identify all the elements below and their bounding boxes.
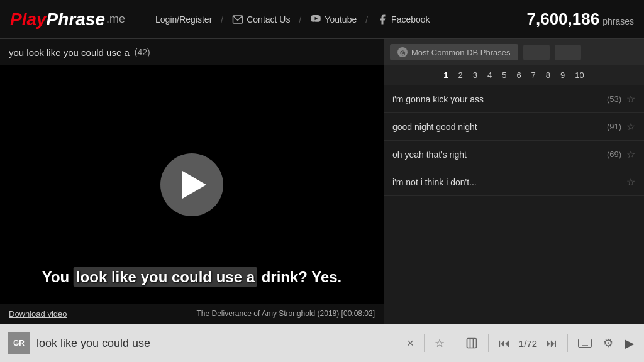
list-item[interactable]: i'm gonna kick your ass (53) ☆ — [384, 85, 644, 113]
logo-phrase: Phrase — [47, 9, 105, 30]
page-3[interactable]: 3 — [469, 69, 481, 81]
nav-divider-2: / — [299, 14, 301, 25]
nav-facebook[interactable]: Facebook — [372, 11, 435, 28]
subtitle-pre: You — [42, 268, 74, 285]
db-phrases-button[interactable]: ◎ Most Common DB Phrases — [390, 44, 518, 60]
subtitle-post: drink? Yes. — [257, 268, 341, 285]
play-button[interactable] — [160, 153, 223, 216]
list-item[interactable]: good night good night (91) ☆ — [384, 113, 644, 141]
facebook-icon — [377, 14, 388, 25]
download-video-link[interactable]: Download video — [9, 309, 67, 319]
phrase-count-2: (69) — [607, 150, 621, 159]
bottom-bar: GR × ☆ ⏮ 1/72 ⏭ ⚙ ▶ — [0, 324, 644, 362]
page-9[interactable]: 9 — [557, 69, 569, 81]
logo-play: Play — [10, 9, 47, 30]
video-section: you look like you could use a (42) You l… — [0, 39, 384, 324]
page-7[interactable]: 7 — [528, 69, 540, 81]
page-4[interactable]: 4 — [484, 69, 496, 81]
db-phrases-label: Most Common DB Phrases — [411, 48, 511, 57]
main-content: you look like you could use a (42) You l… — [0, 39, 644, 324]
keyboard-button[interactable] — [575, 336, 594, 351]
search-count: (42) — [135, 47, 150, 57]
nav-login[interactable]: Login/Register — [150, 12, 217, 27]
phrase-label: phrases — [602, 16, 634, 26]
search-input[interactable] — [36, 337, 398, 350]
subtitle-highlight: look like you could use a — [74, 267, 257, 287]
nav-youtube[interactable]: Youtube — [305, 11, 362, 28]
gr-badge: GR — [8, 332, 30, 354]
play-bottom-button[interactable]: ▶ — [622, 333, 636, 353]
page-6[interactable]: 6 — [513, 69, 525, 81]
phrase-count: 7,600,186 phrases — [527, 9, 634, 29]
divider-4 — [567, 334, 568, 352]
right-top-bar: ◎ Most Common DB Phrases — [384, 39, 644, 65]
movie-info: The Deliverance of Amy Stronghold (2018)… — [197, 309, 375, 318]
pagination-display: 1/72 — [519, 338, 537, 349]
page-10[interactable]: 10 — [571, 69, 587, 81]
star-icon-2[interactable]: ☆ — [626, 148, 635, 160]
db-icon: ◎ — [397, 47, 408, 57]
favorite-button[interactable]: ☆ — [432, 334, 447, 353]
right-panel: ◎ Most Common DB Phrases 1 2 3 4 5 6 7 8… — [384, 39, 644, 324]
page-1[interactable]: 1 — [440, 69, 452, 81]
logo-me: .me — [106, 13, 125, 26]
logo[interactable]: PlayPhrase.me — [10, 9, 125, 30]
divider-2 — [455, 334, 455, 352]
phrase-count-1: (91) — [607, 122, 621, 131]
brackets-button[interactable] — [463, 334, 480, 352]
play-triangle-icon — [182, 171, 206, 199]
svg-rect-1 — [467, 339, 476, 348]
subtitle-text: You look like you could use a drink? Yes… — [42, 267, 342, 287]
nav-contact[interactable]: Contact Us — [227, 11, 295, 28]
skip-forward-button[interactable]: ⏭ — [543, 334, 560, 353]
star-icon-0[interactable]: ☆ — [626, 93, 635, 105]
brackets-icon — [465, 337, 478, 349]
page-5[interactable]: 5 — [498, 69, 510, 81]
search-bar-top: you look like you could use a (42) — [0, 39, 384, 65]
divider-3 — [488, 334, 489, 352]
phrase-count-0: (53) — [607, 94, 621, 104]
star-icon-3[interactable]: ☆ — [626, 176, 635, 188]
phrase-list: i'm gonna kick your ass (53) ☆ good nigh… — [384, 85, 644, 324]
keyboard-icon — [578, 338, 592, 348]
page-2[interactable]: 2 — [454, 69, 466, 81]
phrase-number: 7,600,186 — [527, 9, 600, 29]
settings-button[interactable]: ⚙ — [601, 334, 616, 353]
video-footer: Download video The Deliverance of Amy St… — [0, 304, 384, 324]
nav-divider-1: / — [221, 14, 223, 25]
clear-button[interactable]: × — [404, 334, 416, 353]
phrase-item-right-0: (53) ☆ — [607, 93, 635, 105]
envelope-icon — [232, 14, 243, 25]
star-icon-1[interactable]: ☆ — [626, 121, 635, 133]
header: PlayPhrase.me Login/Register / Contact U… — [0, 0, 644, 39]
youtube-icon — [310, 14, 321, 25]
video-player[interactable]: You look like you could use a drink? Yes… — [0, 65, 384, 304]
list-item[interactable]: i'm not i think i don't... ☆ — [384, 168, 644, 196]
search-query-text: you look like you could use a — [9, 47, 130, 58]
nav-links: Login/Register / Contact Us / Youtube / … — [150, 11, 526, 28]
phrase-item-right-1: (91) ☆ — [607, 121, 635, 133]
subtitle-overlay: You look like you could use a drink? Yes… — [42, 268, 342, 286]
phrase-item-text: oh yeah that's right — [392, 150, 467, 160]
top-button-2[interactable] — [555, 45, 581, 60]
phrase-item-text: i'm gonna kick your ass — [392, 94, 484, 104]
top-button-1[interactable] — [523, 45, 550, 60]
list-item[interactable]: oh yeah that's right (69) ☆ — [384, 141, 644, 168]
divider-1 — [424, 334, 425, 352]
skip-back-button[interactable]: ⏮ — [496, 334, 513, 353]
phrase-item-text: good night good night — [392, 122, 477, 132]
nav-divider-3: / — [365, 14, 368, 25]
pagination-row: 1 2 3 4 5 6 7 8 9 10 — [384, 65, 644, 85]
phrase-item-text: i'm not i think i don't... — [392, 177, 477, 187]
phrase-item-right-3: ☆ — [621, 176, 635, 188]
page-8[interactable]: 8 — [542, 69, 554, 81]
phrase-item-right-2: (69) ☆ — [607, 148, 635, 160]
